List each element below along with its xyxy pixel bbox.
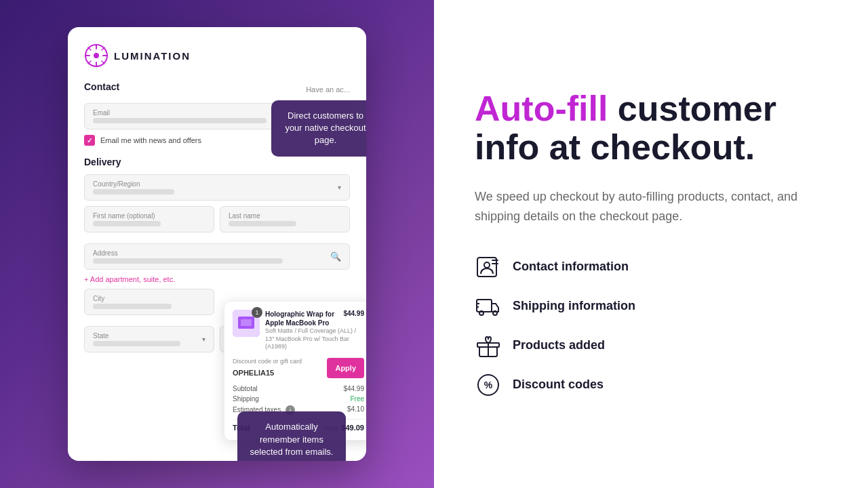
lumination-logo-icon — [84, 43, 108, 68]
address-label: Address — [93, 249, 330, 257]
order-item: 1 Holographic Wrap for Apple MacBook Pro… — [233, 310, 364, 351]
shipping-icon — [475, 293, 502, 320]
left-panel: LUMINATION Contact Have an ac... Email E… — [0, 0, 434, 488]
last-name-field[interactable]: Last name — [220, 206, 350, 232]
feature-shipping: Shipping information — [475, 293, 827, 320]
subtotal-row: Subtotal $44.99 — [233, 385, 364, 392]
apply-button[interactable]: Apply — [327, 358, 364, 378]
right-panel: Auto-fill customer info at checkout. We … — [434, 0, 868, 488]
headline-accent: Auto-fill — [475, 89, 608, 128]
product-info: Holographic Wrap for Apple MacBook Pro $… — [265, 310, 364, 351]
last-name-label: Last name — [229, 212, 341, 220]
feature-contact-label: Contact information — [513, 260, 629, 274]
shipping-value: Free — [350, 395, 364, 403]
checkout-card: LUMINATION Contact Have an ac... Email E… — [68, 27, 366, 461]
have-account-text: Have an ac... — [306, 85, 350, 94]
state-chevron-icon: ▾ — [202, 336, 205, 343]
contact-icon — [475, 253, 502, 281]
contact-header: Contact Have an ac... — [84, 81, 350, 98]
newsletter-checkbox[interactable] — [84, 135, 95, 146]
svg-point-1 — [94, 53, 99, 58]
logo-text: LUMINATION — [114, 50, 191, 62]
svg-point-14 — [484, 262, 490, 268]
subtotal-value: $44.99 — [343, 385, 364, 392]
feature-products-label: Products added — [513, 338, 605, 352]
taxes-value: $4.10 — [347, 405, 364, 415]
product-name: Holographic Wrap for Apple MacBook Pro — [265, 310, 343, 327]
add-apartment-link[interactable]: + Add apartment, suite, etc. — [84, 275, 350, 283]
first-name-field[interactable]: First name (optional) — [84, 206, 214, 232]
product-badge: 1 — [252, 307, 262, 318]
feature-products: Products added — [475, 332, 827, 359]
newsletter-label: Email me with news and offers — [100, 136, 201, 144]
native-checkout-tooltip: Direct customers to your native checkout… — [271, 100, 366, 157]
first-name-value — [93, 221, 161, 226]
product-description: Soft Matte / Full Coverage (ALL) / 13" M… — [265, 327, 364, 351]
shipping-row: Shipping Free — [233, 395, 364, 403]
feature-discount-label: Discount codes — [513, 378, 604, 392]
svg-text:%: % — [484, 380, 493, 390]
last-name-value — [229, 221, 296, 226]
country-chevron-icon: ▾ — [338, 184, 341, 191]
city-field[interactable]: City — [84, 289, 214, 315]
contact-section-title: Contact — [84, 81, 119, 92]
remember-items-tooltip: Automatically remember items selected fr… — [237, 411, 346, 461]
search-icon: 🔍 — [330, 251, 341, 262]
state-label: State — [93, 332, 202, 340]
country-label: Country/Region — [93, 180, 174, 188]
svg-rect-12 — [241, 319, 252, 326]
discount-row: Discount code or gift card Apply — [233, 358, 364, 378]
first-name-label: First name (optional) — [93, 212, 205, 220]
discount-input[interactable] — [233, 369, 323, 377]
shipping-label: Shipping — [233, 395, 259, 403]
features-list: Contact information Shipping information — [475, 253, 827, 399]
subtitle-text: We speed up checkout by auto-filling pro… — [475, 187, 800, 226]
subtotal-label: Subtotal — [233, 385, 258, 392]
discount-icon: % — [475, 371, 502, 399]
feature-discount: % Discount codes — [475, 371, 827, 399]
address-field[interactable]: Address 🔍 — [84, 243, 350, 270]
country-field[interactable]: Country/Region ▾ — [84, 174, 350, 201]
state-field[interactable]: State ▾ — [84, 326, 214, 352]
logo-area: LUMINATION — [84, 43, 350, 68]
svg-point-18 — [479, 311, 484, 315]
address-value — [93, 258, 283, 264]
svg-point-19 — [493, 311, 497, 315]
main-headline: Auto-fill customer info at checkout. — [475, 89, 827, 167]
gift-icon — [475, 332, 502, 359]
country-value — [93, 189, 174, 195]
discount-label: Discount code or gift card — [233, 358, 323, 365]
name-fields: First name (optional) Last name — [84, 206, 350, 238]
city-label: City — [93, 295, 205, 302]
state-value — [93, 341, 180, 346]
feature-contact: Contact information — [475, 253, 827, 281]
feature-shipping-label: Shipping information — [513, 299, 635, 313]
product-price: $44.99 — [343, 310, 364, 327]
delivery-section-title: Delivery — [84, 157, 350, 167]
city-value — [93, 304, 172, 309]
email-value — [93, 118, 267, 123]
product-image-container: 1 — [233, 310, 260, 351]
svg-rect-17 — [477, 300, 492, 312]
